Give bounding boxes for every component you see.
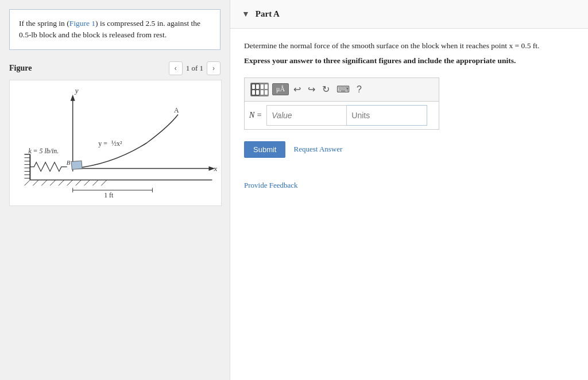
question-line1: Determine the normal force of the smooth… — [244, 40, 574, 52]
figure-svg: y x y = ½x² A — [10, 80, 221, 205]
value-input[interactable] — [266, 105, 347, 126]
figure-section: Figure ‹ 1 of 1 › y x — [9, 61, 220, 206]
mu-button[interactable]: μÅ — [272, 83, 289, 95]
svg-rect-19 — [71, 160, 82, 169]
answer-toolbar: μÅ ↩ ↪ ↻ ⌨ ? — [245, 78, 439, 102]
svg-line-23 — [33, 180, 38, 185]
n-equals-label: N = — [249, 111, 262, 120]
svg-rect-41 — [256, 90, 259, 95]
keyboard-button[interactable]: ⌨ — [334, 83, 352, 96]
feedback-section: Provide Feedback — [230, 169, 588, 190]
left-panel: If the spring in (Figure 1) is compresse… — [0, 0, 230, 380]
problem-statement: If the spring in (Figure 1) is compresse… — [9, 9, 220, 50]
figure-prev-button[interactable]: ‹ — [169, 61, 183, 75]
svg-line-27 — [67, 180, 73, 185]
svg-rect-44 — [261, 90, 264, 95]
right-panel: ▼ Part A Determine the normal force of t… — [230, 0, 588, 380]
svg-text:A: A — [174, 106, 179, 114]
svg-line-31 — [101, 180, 107, 185]
svg-text:k = 5 lb/in.: k = 5 lb/in. — [28, 146, 59, 154]
request-answer-link[interactable]: Request Answer — [293, 145, 342, 154]
svg-line-30 — [92, 180, 98, 185]
help-button[interactable]: ? — [354, 83, 364, 96]
svg-line-28 — [76, 180, 82, 185]
problem-text-before: If the spring in ( — [19, 19, 69, 28]
figure-nav: ‹ 1 of 1 › — [169, 61, 220, 75]
svg-rect-42 — [261, 84, 264, 89]
collapse-arrow-icon[interactable]: ▼ — [242, 10, 250, 19]
svg-marker-2 — [71, 94, 75, 100]
svg-rect-43 — [265, 84, 268, 89]
svg-rect-38 — [252, 84, 255, 89]
part-content: Determine the normal force of the smooth… — [230, 29, 588, 169]
svg-text:B: B — [67, 158, 71, 165]
svg-text:x: x — [213, 164, 217, 172]
figure-counter: 1 of 1 — [186, 64, 203, 73]
figure-header: Figure ‹ 1 of 1 › — [9, 61, 220, 75]
svg-line-24 — [41, 180, 47, 185]
svg-rect-45 — [265, 90, 268, 95]
matrix-button[interactable] — [249, 82, 270, 98]
part-title: Part A — [256, 9, 280, 19]
undo-button[interactable]: ↩ — [291, 83, 303, 96]
figure-label: Figure — [9, 64, 32, 73]
svg-rect-40 — [252, 90, 255, 95]
units-input[interactable] — [347, 105, 427, 126]
figure-link[interactable]: Figure 1 — [69, 19, 95, 28]
action-row: Submit Request Answer — [244, 141, 574, 158]
answer-row: N = — [245, 102, 439, 129]
redo-button[interactable]: ↪ — [305, 83, 318, 96]
svg-line-29 — [84, 180, 90, 185]
svg-text:1 ft: 1 ft — [104, 191, 114, 199]
reset-button[interactable]: ↻ — [320, 83, 332, 96]
svg-text:y: y — [74, 86, 79, 94]
svg-line-22 — [24, 180, 30, 185]
submit-button[interactable]: Submit — [244, 141, 285, 158]
figure-next-button[interactable]: › — [207, 61, 220, 75]
provide-feedback-link[interactable]: Provide Feedback — [244, 181, 298, 189]
svg-rect-39 — [256, 84, 259, 89]
question-line2: Express your answer to three significant… — [244, 55, 574, 67]
svg-line-25 — [50, 180, 56, 185]
svg-text:y =: y = — [98, 139, 107, 147]
svg-line-26 — [59, 180, 64, 185]
answer-container: μÅ ↩ ↪ ↻ ⌨ ? N = — [244, 77, 439, 130]
svg-text:½x²: ½x² — [111, 139, 122, 147]
part-header: ▼ Part A — [230, 0, 588, 29]
figure-canvas: y x y = ½x² A — [9, 80, 222, 206]
